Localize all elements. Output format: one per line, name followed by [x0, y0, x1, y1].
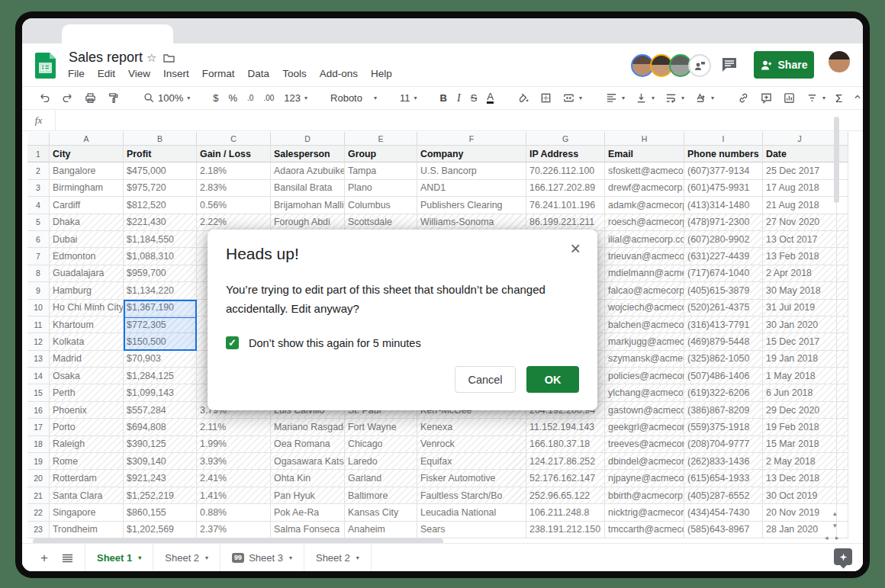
menu-tools[interactable]: Tools [282, 68, 307, 79]
star-icon[interactable]: ☆ [146, 51, 156, 65]
cell-extra-8[interactable] [837, 265, 848, 282]
cell-B14[interactable]: $1,284,125 [124, 368, 197, 384]
cell-D1[interactable]: Salesperson [271, 146, 345, 162]
cell-G20[interactable]: 52.176.162.147 [526, 470, 605, 487]
redo-button[interactable] [61, 92, 74, 104]
cell-B4[interactable]: $812,520 [124, 197, 197, 214]
row-header-9[interactable]: 9 [27, 282, 50, 299]
cell-A22[interactable]: Singapore [50, 504, 124, 521]
cell-E3[interactable]: Plano [345, 180, 417, 197]
cell-extra-9[interactable] [837, 282, 848, 299]
cell-E2[interactable]: Tampa [345, 162, 417, 179]
cell-D18[interactable]: Oea Romana [271, 436, 345, 453]
cell-B5[interactable]: $221,430 [124, 214, 197, 231]
cell-J2[interactable]: 25 Dec 2017 [763, 162, 837, 179]
row-header-14[interactable]: 14 [27, 368, 50, 384]
cell-H14[interactable]: policies@acmecorp [605, 368, 684, 384]
text-color-button[interactable]: A [487, 92, 494, 104]
row-header-11[interactable]: 11 [27, 316, 50, 333]
row-header-22[interactable]: 22 [27, 504, 50, 521]
move-folder-icon[interactable] [163, 52, 175, 65]
menu-insert[interactable]: Insert [163, 68, 189, 79]
cell-B17[interactable]: $694,808 [124, 419, 197, 435]
cell-I12[interactable]: (469)879-5448 [684, 333, 763, 350]
cell-E22[interactable]: Kansas City [345, 504, 417, 521]
cell-J14[interactable]: 1 May 2018 [763, 368, 837, 384]
cell-H19[interactable]: dbindel@acmecorp [605, 453, 684, 470]
cell-extra-6[interactable] [837, 231, 848, 248]
cell-extra-10[interactable] [837, 300, 848, 316]
cell-D2[interactable]: Adaora Azubuike [271, 162, 345, 179]
create-filter-button[interactable]: ▾ [806, 92, 825, 104]
vertical-scrollbar[interactable] [834, 117, 839, 203]
cell-A23[interactable]: Trondheim [50, 522, 124, 538]
sheet-tab-4[interactable]: Sheet 2▾ [304, 544, 372, 571]
cell-A9[interactable]: Hamburg [50, 282, 124, 299]
cell-I19[interactable]: (262)833-1436 [684, 453, 763, 470]
cell-F5[interactable]: Williams-Sonoma [417, 214, 526, 231]
cell-E4[interactable]: Columbus [345, 197, 417, 214]
cell-E1[interactable]: Group [345, 146, 417, 162]
cell-C23[interactable]: 2.37% [197, 522, 271, 538]
cell-I10[interactable]: (520)261-4375 [684, 300, 763, 316]
menu-help[interactable]: Help [371, 68, 392, 79]
row-header-2[interactable]: 2 [27, 162, 50, 179]
cell-H5[interactable]: roesch@acmecorp. [605, 214, 684, 231]
print-button[interactable] [84, 92, 97, 104]
sheet-tab-1[interactable]: Sheet 1▾ [85, 544, 153, 571]
cell-D3[interactable]: Bansilal Brata [271, 180, 345, 197]
cell-B22[interactable]: $860,155 [124, 504, 197, 521]
cell-I14[interactable]: (507)486-1406 [684, 368, 763, 384]
cell-J7[interactable]: 13 Feb 2018 [763, 248, 837, 265]
cell-extra-5[interactable] [837, 214, 848, 231]
cell-A10[interactable]: Ho Chi Minh City [50, 300, 124, 316]
text-wrapping-button[interactable]: ▾ [665, 92, 684, 104]
row-header-4[interactable]: 4 [27, 197, 50, 214]
column-header-C[interactable]: C [197, 132, 271, 146]
cell-H6[interactable]: ilial@acmecorp.con [605, 231, 684, 248]
cell-H10[interactable]: wojciech@acmecor [605, 300, 684, 316]
cell-B1[interactable]: Profit [124, 146, 197, 162]
cell-extra-20[interactable] [837, 470, 848, 487]
anonymous-collaborator-icon[interactable] [688, 54, 711, 77]
cell-I4[interactable]: (413)314-1480 [684, 197, 763, 214]
cancel-button[interactable]: Cancel [455, 366, 516, 393]
cell-H9[interactable]: falcao@acmecorp.c [605, 282, 684, 299]
cell-J1[interactable]: Date [763, 146, 837, 162]
cell-extra-12[interactable] [837, 333, 848, 350]
sheets-logo-icon[interactable] [35, 53, 56, 82]
sheet-tab-menu-arrow[interactable]: ▾ [138, 554, 141, 561]
cell-H21[interactable]: bbirth@acmecorp.c [605, 487, 684, 504]
cell-J5[interactable]: 27 Nov 2020 [763, 214, 837, 231]
cell-I16[interactable]: (386)867-8209 [684, 402, 763, 419]
cell-D23[interactable]: Salma Fonseca [271, 522, 345, 538]
cell-H15[interactable]: ylchang@acmecorp [605, 384, 684, 401]
cell-E17[interactable]: Fort Wayne [345, 419, 417, 435]
cell-A11[interactable]: Khartoum [50, 316, 124, 333]
insert-chart-button[interactable] [783, 92, 796, 104]
cell-A6[interactable]: Dubai [50, 231, 124, 248]
cell-A18[interactable]: Raleigh [50, 436, 124, 453]
borders-button[interactable] [539, 92, 552, 104]
cell-H7[interactable]: trieuvan@acmecorp [605, 248, 684, 265]
cell-I7[interactable]: (631)227-4439 [684, 248, 763, 265]
cell-I11[interactable]: (316)413-7791 [684, 316, 763, 333]
cell-G5[interactable]: 86.199.221.211 [526, 214, 605, 231]
cell-E21[interactable]: Baltimore [345, 487, 417, 504]
column-header-H[interactable]: H [605, 132, 684, 146]
cell-I3[interactable]: (601)475-9931 [684, 180, 763, 197]
cell-J17[interactable]: 19 Feb 2018 [763, 419, 837, 435]
menu-format[interactable]: Format [202, 68, 235, 79]
cell-I1[interactable]: Phone numbers [684, 146, 763, 162]
menu-view[interactable]: View [128, 68, 150, 79]
cell-I9[interactable]: (405)615-3879 [684, 282, 763, 299]
cell-F1[interactable]: Company [417, 146, 526, 162]
column-header-D[interactable]: D [271, 132, 345, 146]
cell-A1[interactable]: City [50, 146, 124, 162]
cell-B19[interactable]: $309,140 [124, 453, 197, 470]
column-header-B[interactable]: B [124, 132, 197, 146]
font-family-button[interactable]: Roboto▾ [330, 92, 377, 104]
cell-C20[interactable]: 2.41% [197, 470, 271, 487]
insert-link-button[interactable] [737, 92, 750, 104]
cell-J16[interactable]: 29 Dec 2020 [763, 402, 837, 419]
